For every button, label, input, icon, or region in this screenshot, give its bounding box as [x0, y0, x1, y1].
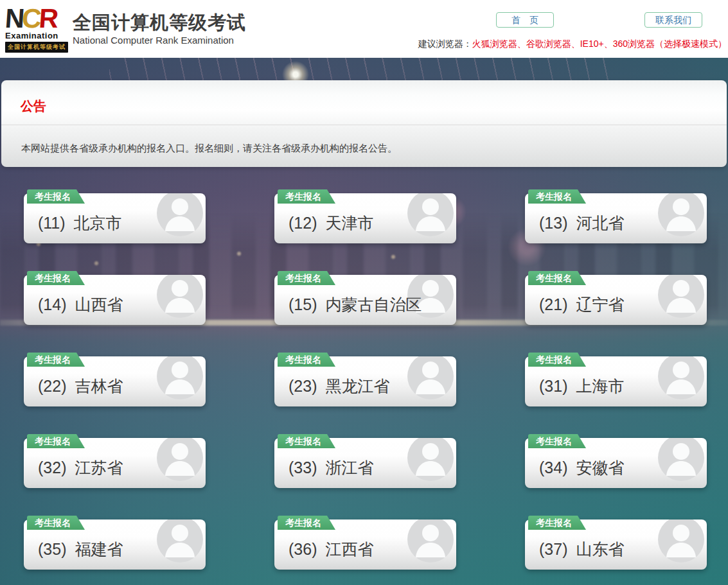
province-code: (15) [289, 295, 317, 313]
province-code: (36) [289, 540, 317, 558]
province-cell-37: (37)山东省 考生报名 [525, 520, 707, 570]
province-name: 福建省 [75, 540, 123, 558]
province-cell-34: (34)安徽省 考生报名 [525, 438, 707, 488]
province-cell-14: (14)山西省 考生报名 [24, 275, 206, 325]
province-code: (13) [539, 214, 567, 232]
province-code: (22) [38, 377, 66, 395]
province-cell-35: (35)福建省 考生报名 [24, 520, 206, 570]
user-avatar-icon [407, 520, 454, 563]
page-title: 全国计算机等级考试 [73, 12, 246, 33]
title-block: 全国计算机等级考试 National Computer Rank Examina… [73, 12, 246, 46]
user-avatar-icon [157, 275, 203, 318]
province-label: (33)浙江省 [274, 448, 373, 478]
user-avatar-icon [157, 520, 203, 563]
province-cell-33: (33)浙江省 考生报名 [274, 438, 456, 488]
logo-letter-c: C [21, 3, 40, 33]
province-name: 内蒙古自治区 [325, 295, 422, 313]
province-code: (37) [539, 540, 567, 558]
province-code: (11) [38, 214, 66, 232]
province-name: 安徽省 [576, 458, 624, 476]
province-name: 江苏省 [75, 458, 123, 476]
contact-us-button[interactable]: 联系我们 [644, 12, 702, 28]
candidate-signup-ribbon: 考生报名 [27, 516, 85, 530]
ncre-logo-letters: NCR [4, 7, 69, 30]
header: NCR Examination 全国计算机等级考试 全国计算机等级考试 Nati… [0, 0, 728, 58]
province-code: (34) [539, 458, 567, 476]
logo-band-text: 全国计算机等级考试 [5, 42, 68, 53]
province-code: (33) [289, 458, 317, 476]
province-label: (31)上海市 [525, 367, 624, 397]
announcement-body: 本网站提供各省级承办机构的报名入口。报名细则，请关注各省级承办机构的报名公告。 [1, 125, 727, 155]
province-label: (22)吉林省 [24, 367, 123, 397]
browser-advice: 建议浏览器：火狐浏览器、谷歌浏览器、IE10+、360浏览器（选择极速模式） [418, 39, 727, 50]
user-avatar-icon [658, 275, 704, 318]
user-avatar-icon [658, 520, 704, 563]
user-avatar-icon [157, 356, 203, 399]
province-cell-13: (13)河北省 考生报名 [525, 193, 707, 243]
announcement-panel: 公告 本网站提供各省级承办机构的报名入口。报名细则，请关注各省级承办机构的报名公… [1, 80, 727, 167]
browser-advice-list: 火狐浏览器、谷歌浏览器、IE10+、360浏览器（选择极速模式） [472, 39, 727, 49]
candidate-signup-ribbon: 考生报名 [528, 353, 586, 367]
province-code: (35) [38, 540, 66, 558]
ncre-logo: NCR Examination 全国计算机等级考试 [5, 7, 68, 53]
province-name: 北京市 [74, 214, 122, 232]
province-cell-22: (22)吉林省 考生报名 [24, 356, 206, 406]
user-avatar-icon [157, 193, 203, 236]
province-cell-32: (32)江苏省 考生报名 [24, 438, 206, 488]
province-label: (37)山东省 [525, 530, 624, 560]
candidate-signup-ribbon: 考生报名 [278, 189, 335, 204]
province-cell-11: (11)北京市 考生报名 [24, 193, 206, 243]
background-photo: 公告 本网站提供各省级承办机构的报名入口。报名细则，请关注各省级承办机构的报名公… [0, 58, 728, 585]
province-label: (11)北京市 [24, 204, 122, 234]
logo-letter-n: N [4, 3, 23, 33]
province-name: 河北省 [576, 214, 624, 232]
candidate-signup-ribbon: 考生报名 [278, 353, 335, 367]
user-avatar-icon [407, 356, 454, 399]
candidate-signup-ribbon: 考生报名 [278, 516, 335, 530]
province-code: (14) [38, 295, 66, 313]
announcement-title: 公告 [1, 80, 727, 115]
province-label: (14)山西省 [24, 285, 123, 315]
province-code: (31) [539, 377, 567, 395]
candidate-signup-ribbon: 考生报名 [27, 434, 85, 448]
province-code: (12) [289, 214, 317, 232]
province-label: (13)河北省 [525, 204, 624, 234]
province-name: 天津市 [325, 214, 373, 232]
province-grid: (11)北京市 考生报名 (12)天津市 考生报名 (13)河北省 考生报名 [24, 193, 707, 570]
province-name: 上海市 [576, 377, 624, 395]
candidate-signup-ribbon: 考生报名 [528, 189, 586, 204]
province-label: (36)江西省 [274, 530, 373, 560]
candidate-signup-ribbon: 考生报名 [528, 434, 586, 448]
page-subtitle: National Computer Rank Examination [73, 35, 246, 46]
province-label: (23)黑龙江省 [274, 367, 389, 397]
user-avatar-icon [407, 193, 454, 236]
province-label: (32)江苏省 [24, 448, 123, 478]
province-label: (15)内蒙古自治区 [274, 285, 422, 315]
user-avatar-icon [407, 438, 454, 481]
province-name: 江西省 [325, 540, 373, 558]
candidate-signup-ribbon: 考生报名 [528, 516, 586, 530]
home-button[interactable]: 首 页 [496, 12, 554, 28]
logo-letter-r: R [38, 3, 57, 33]
page: NCR Examination 全国计算机等级考试 全国计算机等级考试 Nati… [0, 0, 728, 585]
province-cell-15: (15)内蒙古自治区 考生报名 [274, 275, 456, 325]
browser-advice-prefix: 建议浏览器： [418, 39, 472, 49]
province-name: 吉林省 [75, 377, 123, 395]
candidate-signup-ribbon: 考生报名 [27, 189, 85, 204]
user-avatar-icon [658, 356, 704, 399]
candidate-signup-ribbon: 考生报名 [27, 353, 85, 367]
province-name: 辽宁省 [576, 295, 624, 313]
candidate-signup-ribbon: 考生报名 [278, 271, 335, 285]
province-cell-31: (31)上海市 考生报名 [525, 356, 707, 406]
province-name: 浙江省 [325, 458, 373, 476]
candidate-signup-ribbon: 考生报名 [27, 271, 85, 285]
candidate-signup-ribbon: 考生报名 [278, 434, 335, 448]
province-label: (35)福建省 [24, 530, 123, 560]
province-cell-21: (21)辽宁省 考生报名 [525, 275, 707, 325]
province-code: (21) [539, 295, 567, 313]
user-avatar-icon [157, 438, 203, 481]
province-label: (34)安徽省 [525, 448, 624, 478]
province-cell-12: (12)天津市 考生报名 [274, 193, 456, 243]
province-cell-36: (36)江西省 考生报名 [274, 520, 456, 570]
candidate-signup-ribbon: 考生报名 [528, 271, 586, 285]
